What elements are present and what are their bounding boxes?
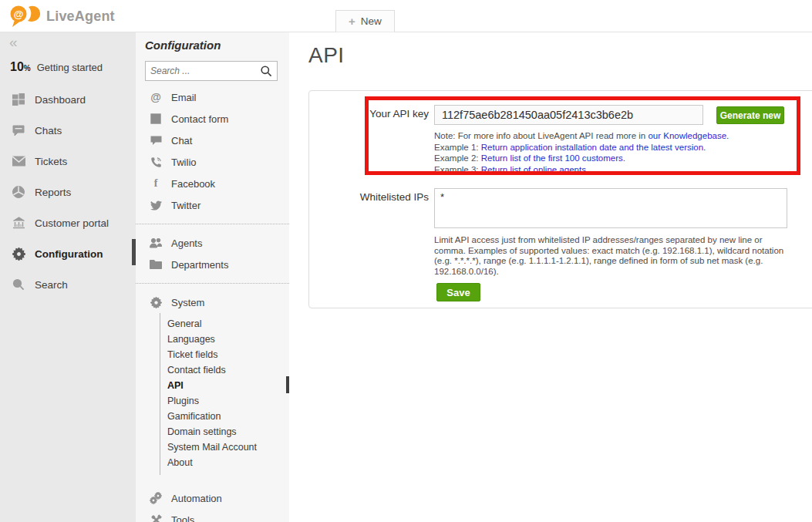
- chat-bubble-icon: [147, 136, 164, 146]
- configuration-search-input[interactable]: [146, 66, 260, 76]
- sidebar-item-customer-portal[interactable]: Customer portal: [0, 207, 136, 238]
- left-sidebar: « 10 % Getting started Dashboard Chats T…: [0, 32, 136, 522]
- sidebar-item-label: Customer portal: [35, 217, 109, 229]
- api-key-label: Your API key: [309, 108, 429, 120]
- divider: [136, 224, 289, 224]
- config-item-label: Tools: [171, 514, 194, 522]
- whitelisted-ips-label: Whitelisted IPs: [309, 191, 429, 203]
- config-item-label: Departments: [171, 259, 228, 271]
- sidebar-item-dashboard[interactable]: Dashboard: [0, 84, 136, 115]
- system-sub-item-api[interactable]: API: [160, 378, 289, 393]
- config-item-label: Chat: [171, 135, 192, 146]
- collapse-sidebar-icon[interactable]: «: [9, 34, 18, 51]
- system-sub-item-languages[interactable]: Languages: [160, 332, 289, 347]
- facebook-icon: f: [147, 178, 164, 189]
- configuration-search-box: [145, 61, 278, 81]
- liveagent-logo[interactable]: @ LiveAgent: [9, 5, 115, 28]
- config-item-system[interactable]: System: [136, 291, 289, 313]
- svg-text:@: @: [14, 8, 24, 20]
- brand-name: LiveAgent: [46, 8, 115, 25]
- phone-icon: [147, 157, 164, 168]
- top-bar: @ LiveAgent + New: [0, 0, 812, 32]
- sidebar-item-getting-started[interactable]: 10 % Getting started: [10, 60, 103, 74]
- sidebar-item-label: Dashboard: [35, 94, 86, 106]
- getting-started-label: Getting started: [37, 62, 103, 73]
- example-line: Example 2: Return list of the first 100 …: [434, 153, 729, 164]
- envelope-icon: [11, 156, 26, 167]
- system-sub-item-about[interactable]: About: [160, 455, 289, 470]
- bank-building-icon: [11, 217, 26, 229]
- sidebar-item-label: Configuration: [35, 248, 103, 260]
- page-title: API: [308, 43, 345, 68]
- getting-started-percent: 10: [10, 60, 24, 74]
- dashboard-icon: [11, 93, 26, 106]
- sidebar-item-label: Chats: [35, 125, 62, 136]
- system-sub-item-contact-fields[interactable]: Contact fields: [160, 362, 289, 378]
- example-line: Example 3: Return list of online agents.: [434, 164, 729, 176]
- whitelisted-ips-help: Limit API access just from whitelisted I…: [434, 235, 791, 277]
- plus-icon: +: [349, 15, 355, 27]
- gear-icon: [147, 297, 164, 308]
- sidebar-nav: Dashboard Chats Tickets Reports Customer…: [0, 84, 136, 300]
- system-sub-item-general[interactable]: General: [160, 316, 289, 332]
- config-item-label: Agents: [171, 237, 202, 249]
- example-line: Example 1: Return application installati…: [434, 142, 729, 153]
- knowledgebase-link[interactable]: our Knowledgebase.: [648, 131, 729, 140]
- api-key-input[interactable]: [434, 105, 703, 125]
- example3-link[interactable]: Return list of online agents.: [481, 165, 588, 174]
- sidebar-item-configuration[interactable]: Configuration: [0, 238, 136, 269]
- contact-form-icon: [147, 113, 164, 124]
- configuration-panel-title: Configuration: [145, 39, 221, 52]
- sidebar-item-label: Reports: [35, 187, 71, 198]
- system-sub-item-domain-settings[interactable]: Domain settings: [160, 424, 289, 439]
- sidebar-item-search[interactable]: Search: [0, 269, 136, 300]
- whitelisted-ips-textarea[interactable]: *: [434, 188, 787, 228]
- search-icon[interactable]: [260, 65, 277, 77]
- chat-bubble-icon: [11, 124, 26, 136]
- note-text: Note: For more info about LiveAgent API …: [434, 131, 648, 140]
- config-item-facebook[interactable]: f Facebook: [136, 173, 289, 194]
- system-sub-item-system-mail-account[interactable]: System Mail Account: [160, 439, 289, 455]
- config-item-label: Contact form: [171, 113, 228, 125]
- config-item-label: Email: [171, 92, 197, 103]
- system-sub-item-ticket-fields[interactable]: Ticket fields: [160, 347, 289, 362]
- example2-link[interactable]: Return list of the first 100 customers.: [481, 153, 625, 163]
- config-item-twitter[interactable]: Twitter: [136, 194, 289, 216]
- system-sub-item-plugins[interactable]: Plugins: [160, 393, 289, 409]
- new-button[interactable]: + New: [335, 10, 395, 32]
- example-text: Example 2:: [434, 153, 481, 163]
- config-item-label: Automation: [171, 493, 222, 504]
- config-item-agents[interactable]: Agents: [136, 232, 289, 254]
- generate-new-button[interactable]: Generate new: [716, 106, 784, 124]
- system-sub-list: General Languages Ticket fields Contact …: [160, 313, 289, 475]
- config-item-label: Facebook: [171, 178, 215, 190]
- double-gear-icon: [147, 492, 164, 504]
- api-key-notes: Note: For more info about LiveAgent API …: [434, 130, 729, 175]
- agents-people-icon: [147, 238, 164, 248]
- folder-icon: [147, 260, 164, 269]
- config-item-label: System: [171, 297, 204, 308]
- config-item-label: Twitter: [171, 200, 200, 211]
- config-item-twilio[interactable]: Twilio: [136, 151, 289, 173]
- configuration-panel: Configuration @ Email Contact form Chat: [136, 32, 289, 522]
- system-sub-item-gamification[interactable]: Gamification: [160, 409, 289, 424]
- config-item-email[interactable]: @ Email: [136, 86, 289, 108]
- search-icon: [11, 278, 26, 291]
- config-item-departments[interactable]: Departments: [136, 254, 289, 275]
- example1-link[interactable]: Return application installation date and…: [481, 143, 706, 152]
- sidebar-item-label: Search: [35, 279, 68, 291]
- config-item-automation[interactable]: Automation: [136, 487, 289, 509]
- config-item-tools[interactable]: Tools: [136, 509, 289, 522]
- config-item-label: Twilio: [171, 157, 197, 168]
- pie-chart-icon: [11, 186, 26, 198]
- at-sign-icon: @: [147, 92, 164, 103]
- new-button-label: New: [361, 15, 382, 27]
- config-item-chat[interactable]: Chat: [136, 130, 289, 151]
- config-item-contact-form[interactable]: Contact form: [136, 108, 289, 130]
- save-button[interactable]: Save: [436, 283, 480, 301]
- sidebar-item-label: Tickets: [35, 156, 67, 167]
- sidebar-item-tickets[interactable]: Tickets: [0, 146, 136, 177]
- sidebar-item-chats[interactable]: Chats: [0, 115, 136, 146]
- sidebar-item-reports[interactable]: Reports: [0, 177, 136, 207]
- divider: [136, 283, 289, 284]
